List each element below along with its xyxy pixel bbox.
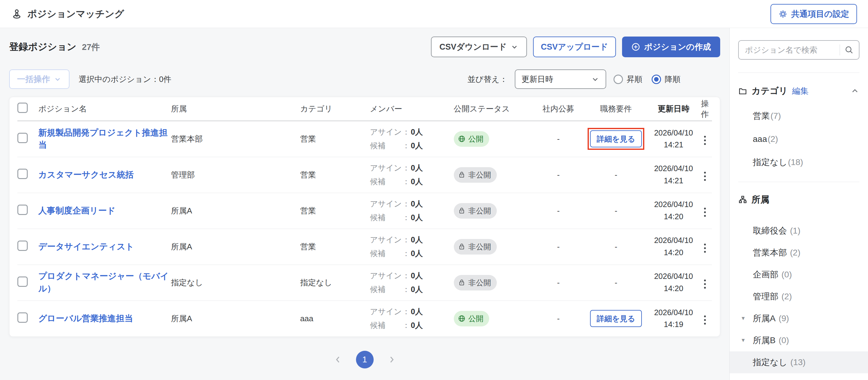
- internal-posting-cell: -: [534, 121, 583, 157]
- department-section-title: 所属: [751, 194, 769, 206]
- department-item[interactable]: 取締役会(1): [738, 220, 860, 242]
- row-checkbox[interactable]: [18, 169, 28, 179]
- org-chart-icon: [738, 195, 747, 204]
- app-brand: ポジションマッチング: [11, 8, 124, 21]
- department-cell: 営業本部: [171, 121, 300, 157]
- status-badge: 非公開: [454, 167, 497, 183]
- category-section-title: カテゴリ: [751, 85, 788, 97]
- position-name-link[interactable]: カスタマーサクセス統括: [38, 169, 134, 181]
- triangle-down-icon[interactable]: ▼: [741, 315, 746, 321]
- category-item[interactable]: 指定なし(18): [738, 151, 860, 174]
- position-name-link[interactable]: プロダクトマネージャー（モバイル）: [38, 270, 171, 295]
- globe-icon: [458, 315, 466, 322]
- col-header-internal: 社内公募: [534, 97, 583, 121]
- department-item[interactable]: 営業本部(2): [738, 242, 860, 264]
- category-cell: 営業: [300, 121, 370, 157]
- select-all-checkbox[interactable]: [18, 103, 28, 113]
- department-item-selected[interactable]: 指定なし(13): [730, 351, 868, 373]
- department-item[interactable]: 企画部(0): [738, 264, 860, 286]
- sidebar-divider: [738, 72, 860, 73]
- internal-posting-cell: -: [534, 193, 583, 229]
- csv-upload-label: CSVアップロード: [541, 41, 608, 53]
- sort-desc-radio[interactable]: 降順: [652, 74, 681, 84]
- csv-upload-button[interactable]: CSVアップロード: [533, 37, 616, 57]
- prev-page-button[interactable]: [334, 355, 343, 364]
- app-header: ポジションマッチング 共通項目の設定: [0, 0, 868, 28]
- sort-label: 並び替え：: [467, 74, 507, 84]
- position-name-link[interactable]: データサイエンティスト: [38, 241, 134, 253]
- lock-icon: [458, 207, 466, 215]
- requirements-cell: -: [583, 265, 649, 301]
- position-name-link[interactable]: グローバル営業推進担当: [38, 312, 133, 325]
- department-item[interactable]: ▼ 所属A(9): [738, 308, 860, 330]
- updated-cell: 2026/04/1014:20: [649, 199, 698, 222]
- member-cell: アサイン：0人 候補：0人: [370, 235, 454, 259]
- triangle-down-icon[interactable]: ▼: [741, 337, 746, 343]
- sort-select[interactable]: 更新日時: [515, 69, 606, 89]
- filter-sidebar: カテゴリ 編集 営業(7) aaa(2) 指定なし(18) 所属: [729, 28, 868, 380]
- csv-download-button[interactable]: CSVダウンロード: [431, 37, 527, 57]
- row-checkbox[interactable]: [18, 133, 28, 143]
- category-cell: 指定なし: [300, 265, 370, 301]
- category-cell: 営業: [300, 229, 370, 265]
- row-actions-kebab[interactable]: [702, 241, 708, 255]
- col-header-requirements: 職務要件: [583, 97, 649, 121]
- category-list: 営業(7) aaa(2) 指定なし(18): [738, 104, 860, 174]
- department-cell: 所属A: [171, 301, 300, 337]
- table-row: カスタマーサクセス統括 管理部 営業 アサイン：0人 候補：0人 非公開 - -…: [18, 157, 712, 193]
- sort-asc-label: 昇順: [627, 74, 643, 84]
- folder-icon: [738, 87, 747, 96]
- lock-icon: [458, 243, 466, 251]
- lock-icon: [458, 279, 466, 286]
- table-row: プロダクトマネージャー（モバイル） 指定なし 指定なし アサイン：0人 候補：0…: [18, 265, 712, 301]
- table-row: 新規製品開発プロジェクト推進担当 営業本部 営業 アサイン：0人 候補：0人 公…: [18, 121, 712, 157]
- member-cell: アサイン：0人 候補：0人: [370, 163, 454, 187]
- create-position-label: ポジションの作成: [644, 41, 711, 53]
- internal-posting-cell: -: [534, 301, 583, 337]
- department-item[interactable]: ▼ 所属B(0): [738, 330, 860, 351]
- member-cell: アサイン：0人 候補：0人: [370, 199, 454, 223]
- requirements-cell: -: [583, 157, 649, 193]
- row-actions-kebab[interactable]: [702, 313, 708, 327]
- view-requirements-button[interactable]: 詳細を見る: [590, 130, 642, 147]
- table-header-row: ポジション名 所属 カテゴリ メンバー 公開ステータス 社内公募 職務要件 更新…: [18, 97, 712, 121]
- bulk-action-button[interactable]: 一括操作: [9, 69, 69, 89]
- row-actions-kebab[interactable]: [702, 169, 708, 183]
- col-header-member: メンバー: [370, 97, 454, 121]
- row-checkbox[interactable]: [18, 205, 28, 215]
- status-badge: 非公開: [454, 239, 497, 254]
- search-icon[interactable]: [844, 45, 854, 55]
- status-badge: 公開: [454, 131, 489, 147]
- table-row: データサイエンティスト 所属A 営業 アサイン：0人 候補：0人 非公開 - -…: [18, 229, 712, 265]
- row-checkbox[interactable]: [18, 241, 28, 251]
- position-name-link[interactable]: 人事制度企画リード: [38, 205, 116, 217]
- category-item[interactable]: 営業(7): [738, 104, 860, 128]
- updated-cell: 2026/04/1014:20: [649, 235, 698, 258]
- sort-asc-radio[interactable]: 昇順: [614, 74, 643, 84]
- chevron-up-icon[interactable]: [850, 87, 860, 96]
- sidebar-divider: [738, 182, 860, 182]
- status-badge: 非公開: [454, 275, 497, 290]
- view-requirements-button[interactable]: 詳細を見る: [590, 310, 642, 327]
- row-actions-kebab[interactable]: [702, 133, 708, 147]
- page-number-button[interactable]: 1: [356, 351, 374, 369]
- row-checkbox[interactable]: [18, 276, 28, 287]
- next-page-button[interactable]: [387, 355, 396, 364]
- category-cell: aaa: [300, 301, 370, 337]
- member-cell: アサイン：0人 候補：0人: [370, 270, 454, 295]
- position-name-link[interactable]: 新規製品開発プロジェクト推進担当: [38, 127, 171, 151]
- row-actions-kebab[interactable]: [702, 205, 708, 219]
- plus-circle-icon: [631, 42, 640, 51]
- row-checkbox[interactable]: [18, 312, 28, 323]
- updated-cell: 2026/04/1014:19: [649, 307, 698, 331]
- gear-icon: [778, 9, 787, 19]
- row-actions-kebab[interactable]: [702, 277, 708, 291]
- requirements-cell: -: [583, 229, 649, 265]
- create-position-button[interactable]: ポジションの作成: [622, 37, 720, 57]
- sort-desc-label: 降順: [665, 74, 681, 84]
- common-settings-button[interactable]: 共通項目の設定: [771, 4, 857, 24]
- department-item[interactable]: 管理部(2): [738, 286, 860, 308]
- category-edit-link[interactable]: 編集: [792, 85, 809, 97]
- search-input[interactable]: [745, 45, 835, 55]
- category-item[interactable]: aaa(2): [738, 128, 860, 151]
